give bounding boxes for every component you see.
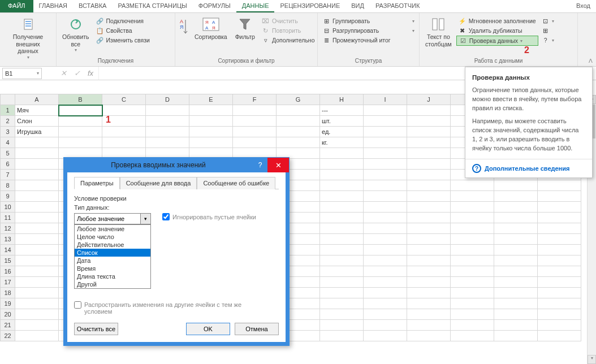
cell-J20[interactable]	[407, 309, 451, 320]
cell-M10[interactable]	[538, 202, 581, 213]
group-button[interactable]: ⊞Группировать▾	[320, 16, 417, 25]
cell-M14[interactable]	[538, 245, 581, 255]
cell-M9[interactable]	[538, 191, 581, 202]
edit-links-button[interactable]: 🔗Изменить связи	[94, 36, 152, 45]
tab-home[interactable]: ГЛАВНАЯ	[33, 0, 73, 12]
flash-fill-button[interactable]: ⚡Мгновенное заполнение	[456, 16, 538, 25]
dialog-titlebar[interactable]: Проверка вводимых значений ? ✕	[64, 158, 289, 172]
cell-H6[interactable]	[320, 159, 364, 170]
type-option-4[interactable]: Дата	[75, 257, 150, 265]
col-header-E[interactable]: E	[189, 94, 233, 105]
type-option-6[interactable]: Длина текста	[75, 272, 150, 280]
ignore-blank-checkbox[interactable]: Игнорировать пустые ячейки	[162, 213, 256, 220]
cell-I5[interactable]	[364, 148, 407, 159]
row-header-15[interactable]: 15	[1, 255, 15, 266]
cell-L21[interactable]	[494, 320, 538, 331]
cell-B3[interactable]	[59, 127, 102, 137]
cell-J2[interactable]	[407, 116, 451, 127]
type-option-3[interactable]: Список	[75, 249, 150, 257]
cell-H12[interactable]	[320, 223, 364, 234]
cell-I12[interactable]	[364, 223, 407, 234]
consolidate-button[interactable]: ⊡▾	[539, 16, 556, 25]
cell-I19[interactable]	[364, 298, 407, 309]
cell-K21[interactable]	[451, 320, 494, 331]
cell-M21[interactable]	[538, 320, 581, 331]
col-header-F[interactable]: F	[233, 94, 277, 105]
cell-J19[interactable]	[407, 298, 451, 309]
cell-L13[interactable]	[494, 234, 538, 245]
type-dropdown-button[interactable]: ▾	[141, 213, 151, 224]
cell-I8[interactable]	[364, 180, 407, 191]
cell-H5[interactable]	[320, 148, 364, 159]
cell-M19[interactable]	[538, 298, 581, 309]
cell-I9[interactable]	[364, 191, 407, 202]
cell-M12[interactable]	[538, 223, 581, 234]
cell-F4[interactable]	[233, 137, 277, 148]
row-header-6[interactable]: 6	[1, 159, 15, 170]
tab-page-layout[interactable]: РАЗМЕТКА СТРАНИЦЫ	[112, 0, 192, 12]
type-option-2[interactable]: Действительное	[75, 241, 150, 249]
cell-L12[interactable]	[494, 223, 538, 234]
cell-H15[interactable]	[320, 255, 364, 266]
cell-A11[interactable]	[15, 213, 59, 223]
cell-J5[interactable]	[407, 148, 451, 159]
col-header-I[interactable]: I	[364, 94, 407, 105]
text-to-columns-button[interactable]: Текст по столбцам	[422, 14, 455, 49]
row-header-7[interactable]: 7	[1, 170, 15, 180]
tab-data[interactable]: ДАННЫЕ	[236, 0, 275, 12]
cell-M15[interactable]	[538, 255, 581, 266]
cell-H17[interactable]	[320, 277, 364, 288]
data-validation-button[interactable]: ☑Проверка данных▾	[456, 36, 538, 46]
cell-K10[interactable]	[451, 202, 494, 213]
cell-I16[interactable]	[364, 266, 407, 277]
cell-A8[interactable]	[15, 180, 59, 191]
cell-K16[interactable]	[451, 266, 494, 277]
cell-J18[interactable]	[407, 288, 451, 298]
row-header-11[interactable]: 11	[1, 213, 15, 223]
cell-A12[interactable]	[15, 223, 59, 234]
cell-J3[interactable]	[407, 127, 451, 137]
type-option-5[interactable]: Время	[75, 265, 150, 272]
cell-L19[interactable]	[494, 298, 538, 309]
cell-K13[interactable]	[451, 234, 494, 245]
ok-button[interactable]: OK	[186, 323, 230, 335]
cell-L10[interactable]	[494, 202, 538, 213]
cell-J4[interactable]	[407, 137, 451, 148]
cell-I20[interactable]	[364, 309, 407, 320]
cell-K8[interactable]	[451, 180, 494, 191]
col-header-J[interactable]: J	[407, 94, 451, 105]
cell-I2[interactable]	[364, 116, 407, 127]
cell-M20[interactable]	[538, 309, 581, 320]
cell-G4[interactable]	[277, 137, 320, 148]
fx-button[interactable]: fx	[85, 68, 96, 79]
clear-all-button[interactable]: Очистить все	[74, 323, 118, 335]
cell-F2[interactable]	[233, 116, 277, 127]
cell-L22[interactable]	[494, 331, 538, 341]
cell-H3[interactable]: ед.	[320, 127, 364, 137]
row-header-18[interactable]: 18	[1, 288, 15, 298]
cell-I13[interactable]	[364, 234, 407, 245]
row-header-22[interactable]: 22	[1, 331, 15, 341]
cancel-formula-button[interactable]: ✕	[58, 68, 69, 79]
cell-C3[interactable]	[102, 127, 146, 137]
apply-all-checkbox[interactable]: Распространить изменения на другие ячейк…	[74, 301, 279, 315]
connections-button[interactable]: 🔗Подключения	[94, 16, 152, 25]
cell-J22[interactable]	[407, 331, 451, 341]
tab-developer[interactable]: РАЗРАБОТЧИК	[370, 0, 425, 12]
cell-J9[interactable]	[407, 191, 451, 202]
cell-J14[interactable]	[407, 245, 451, 255]
cell-J17[interactable]	[407, 277, 451, 288]
cell-L14[interactable]	[494, 245, 538, 255]
cell-A2[interactable]: Слон	[15, 116, 59, 127]
type-combobox[interactable]	[74, 213, 141, 224]
cell-L9[interactable]	[494, 191, 538, 202]
cell-H22[interactable]	[320, 331, 364, 341]
tooltip-more-link[interactable]: Дополнительные сведения	[485, 165, 569, 172]
cell-E3[interactable]	[189, 127, 233, 137]
cell-K14[interactable]	[451, 245, 494, 255]
row-header-12[interactable]: 12	[1, 223, 15, 234]
cell-L15[interactable]	[494, 255, 538, 266]
cell-E1[interactable]	[189, 105, 233, 116]
cell-L11[interactable]	[494, 213, 538, 223]
reapply-filter-button[interactable]: ↻Повторить	[260, 26, 317, 35]
